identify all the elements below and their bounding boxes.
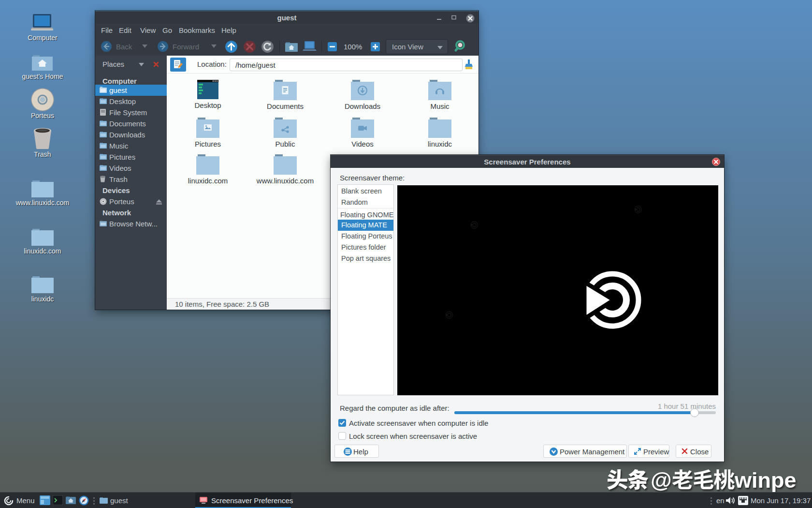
svg-text:winpe: winpe xyxy=(734,468,797,493)
svg-text:@: @ xyxy=(651,468,672,493)
